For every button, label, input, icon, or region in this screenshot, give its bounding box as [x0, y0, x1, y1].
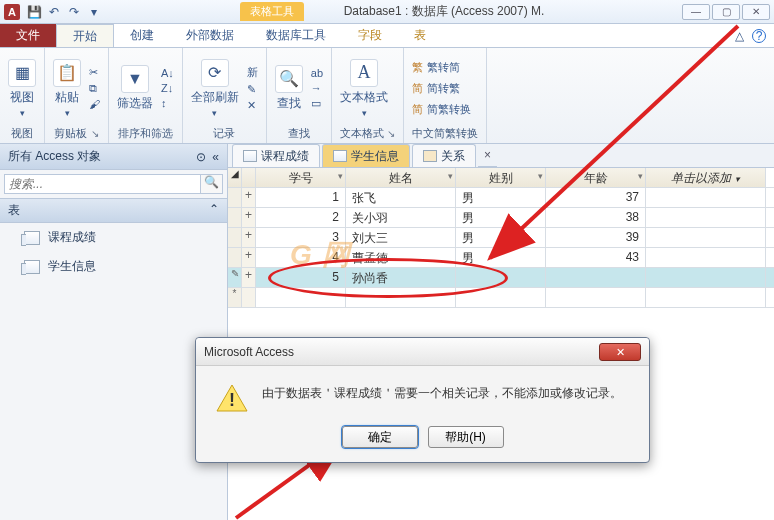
- expand-icon[interactable]: +: [242, 188, 256, 207]
- minimize-button[interactable]: —: [682, 4, 710, 20]
- copy-button[interactable]: ⧉: [89, 82, 100, 95]
- dialog-title: Microsoft Access: [204, 345, 294, 359]
- nav-header[interactable]: 所有 Access 对象 ⊙ «: [0, 144, 227, 170]
- tab-home[interactable]: 开始: [56, 24, 114, 47]
- chinese-conversion-button[interactable]: 简 简繁转换: [412, 102, 471, 117]
- format-painter-button[interactable]: 🖌: [89, 98, 100, 110]
- table-row[interactable]: + 1张飞男37: [228, 188, 774, 208]
- expand-icon[interactable]: +: [242, 268, 256, 287]
- tab-table[interactable]: 表: [398, 24, 442, 47]
- tab-fields[interactable]: 字段: [342, 24, 398, 47]
- sort-filter-group-label: 排序和筛选: [117, 124, 174, 141]
- table-row[interactable]: + 4曹孟德男43: [228, 248, 774, 268]
- expand-icon[interactable]: +: [242, 208, 256, 227]
- select-all-corner[interactable]: ◢: [228, 168, 242, 187]
- expand-icon[interactable]: +: [242, 248, 256, 267]
- chevron-down-icon[interactable]: ▾: [448, 171, 453, 181]
- new-record-button[interactable]: 新: [247, 65, 258, 80]
- paste-button[interactable]: 📋粘贴▾: [53, 59, 81, 118]
- remove-sort-button[interactable]: ↕: [161, 97, 174, 109]
- save-record-button[interactable]: ✎: [247, 83, 258, 96]
- tab-external-data[interactable]: 外部数据: [170, 24, 250, 47]
- redo-icon[interactable]: ↷: [66, 4, 82, 20]
- collapse-nav-icon[interactable]: «: [212, 150, 219, 164]
- sort-asc-button[interactable]: A↓: [161, 67, 174, 79]
- col-header-gender[interactable]: 姓别▾: [456, 168, 546, 187]
- dialog-close-button[interactable]: ✕: [599, 343, 641, 361]
- table-icon: [333, 150, 347, 162]
- cut-button[interactable]: ✂: [89, 66, 100, 79]
- ribbon: ▦视图▾ 视图 📋粘贴▾ ✂ ⧉ 🖌 剪贴板 ↘ ▼筛选器 A↓ Z↓ ↕ 排序…: [0, 48, 774, 144]
- doc-tab-student-info[interactable]: 学生信息: [322, 144, 410, 167]
- warning-icon: !: [216, 384, 248, 412]
- simplified-to-traditional-button[interactable]: 简 简转繁: [412, 81, 471, 96]
- datasheet-grid[interactable]: ◢ 学号▾ 姓名▾ 姓别▾ 年龄▾ 单击以添加 ▾ + 1张飞男37 + 2关小…: [228, 168, 774, 308]
- col-header-name[interactable]: 姓名▾: [346, 168, 456, 187]
- help-button[interactable]: 帮助(H): [428, 426, 504, 448]
- refresh-all-button[interactable]: ⟳全部刷新▾: [191, 59, 239, 118]
- select-button[interactable]: ▭: [311, 97, 323, 110]
- doc-tab-relations[interactable]: 关系: [412, 144, 476, 167]
- section-toggle-icon: ⌃: [209, 202, 219, 219]
- nav-section-tables[interactable]: 表 ⌃: [0, 198, 227, 223]
- col-header-add[interactable]: 单击以添加 ▾: [646, 168, 766, 187]
- scissors-icon: ✂: [89, 66, 98, 79]
- table-icon: [243, 150, 257, 162]
- minimize-ribbon-icon[interactable]: △: [735, 29, 744, 43]
- qat-more-icon[interactable]: ▾: [86, 4, 102, 20]
- chevron-down-icon[interactable]: ⊙: [196, 150, 206, 164]
- doc-tab-course-grades[interactable]: 课程成绩: [232, 144, 320, 167]
- group-records: ⟳全部刷新▾ 新 ✎ ✕ 记录: [183, 48, 267, 143]
- delete-record-button[interactable]: ✕: [247, 99, 258, 112]
- chevron-down-icon[interactable]: ▾: [638, 171, 643, 181]
- grid-icon: ▦: [8, 59, 36, 87]
- nav-item-student-info[interactable]: 学生信息: [0, 252, 227, 281]
- tab-create[interactable]: 创建: [114, 24, 170, 47]
- filter-button[interactable]: ▼筛选器: [117, 65, 153, 112]
- dialog-launcher-icon[interactable]: ↘: [387, 128, 395, 139]
- nav-item-course-grades[interactable]: 课程成绩: [0, 223, 227, 252]
- refresh-icon: ⟳: [201, 59, 229, 87]
- search-button[interactable]: 🔍: [201, 174, 223, 194]
- copy-icon: ⧉: [89, 82, 97, 95]
- ok-button[interactable]: 确定: [342, 426, 418, 448]
- chevron-down-icon[interactable]: ▾: [338, 171, 343, 181]
- tab-database-tools[interactable]: 数据库工具: [250, 24, 342, 47]
- nav-search: 🔍: [0, 170, 227, 198]
- replace-button[interactable]: ab: [311, 67, 323, 79]
- dialog-titlebar[interactable]: Microsoft Access ✕: [196, 338, 649, 366]
- find-group-label: 查找: [275, 124, 323, 141]
- search-input[interactable]: [4, 174, 201, 194]
- undo-icon[interactable]: ↶: [46, 4, 62, 20]
- document-title: Database1 : 数据库 (Access 2007) M.: [344, 3, 545, 20]
- traditional-to-simplified-button[interactable]: 繁 繁转简: [412, 60, 471, 75]
- save-icon[interactable]: 💾: [26, 4, 42, 20]
- maximize-button[interactable]: ▢: [712, 4, 740, 20]
- goto-button[interactable]: →: [311, 82, 323, 94]
- views-group-label: 视图: [8, 124, 36, 141]
- expand-icon[interactable]: +: [242, 228, 256, 247]
- file-tab[interactable]: 文件: [0, 24, 56, 47]
- navigation-pane: 所有 Access 对象 ⊙ « 🔍 表 ⌃ 课程成绩 学生信息: [0, 144, 228, 520]
- clipboard-icon: 📋: [53, 59, 81, 87]
- col-header-id[interactable]: 学号▾: [256, 168, 346, 187]
- view-button[interactable]: ▦视图▾: [8, 59, 36, 118]
- close-button[interactable]: ✕: [742, 4, 770, 20]
- table-row-editing[interactable]: ✎+ 5孙尚香: [228, 268, 774, 288]
- dialog-launcher-icon[interactable]: ↘: [91, 128, 99, 139]
- table-row-new[interactable]: *: [228, 288, 774, 308]
- text-format-group-label: 文本格式: [340, 127, 384, 139]
- table-row[interactable]: + 2关小羽男38: [228, 208, 774, 228]
- close-tab-button[interactable]: ×: [478, 144, 497, 167]
- group-clipboard: 📋粘贴▾ ✂ ⧉ 🖌 剪贴板 ↘: [45, 48, 109, 143]
- help-icon[interactable]: ?: [752, 29, 766, 43]
- find-button[interactable]: 🔍查找: [275, 65, 303, 112]
- nav-item-label: 学生信息: [48, 258, 96, 275]
- chevron-down-icon[interactable]: ▾: [538, 171, 543, 181]
- text-format-button[interactable]: A文本格式▾: [340, 59, 388, 118]
- group-views: ▦视图▾ 视图: [0, 48, 45, 143]
- table-row[interactable]: + 3刘大三男39: [228, 228, 774, 248]
- col-header-age[interactable]: 年龄▾: [546, 168, 646, 187]
- nav-header-label: 所有 Access 对象: [8, 148, 101, 165]
- sort-desc-button[interactable]: Z↓: [161, 82, 174, 94]
